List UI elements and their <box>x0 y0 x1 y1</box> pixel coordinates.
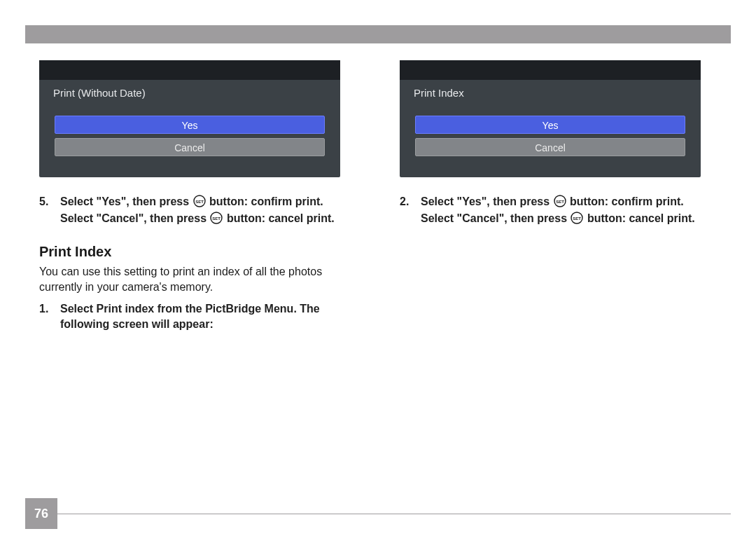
screenshot-titlebar <box>400 60 701 80</box>
step-5: 5. Select "Yes", then press SET button: … <box>39 194 356 226</box>
step-number: 5. <box>39 194 50 226</box>
left-steps-top: 5. Select "Yes", then press SET button: … <box>39 194 356 226</box>
svg-text:SET: SET <box>573 216 582 220</box>
text-fragment: button: cancel print. <box>584 212 694 224</box>
section-heading-print-index: Print Index <box>39 244 356 260</box>
screenshot-option-cancel: Cancel <box>55 138 325 156</box>
text-fragment: Select "Cancel", then press <box>421 212 570 224</box>
right-column: Print Index Yes Cancel 2. Select "Yes", … <box>394 60 722 522</box>
header-bar <box>25 25 731 43</box>
text-fragment: button: confirm print. <box>206 195 323 207</box>
set-button-icon: SET <box>554 195 566 207</box>
text-fragment: button: confirm print. <box>567 195 684 207</box>
set-button-icon: SET <box>210 212 223 224</box>
step-text: Select "Yes", then press SET button: con… <box>421 194 717 226</box>
text-fragment: button: cancel print. <box>223 212 334 224</box>
svg-text:SET: SET <box>556 200 564 204</box>
step-subline: Select "Cancel", then press SET button: … <box>60 211 356 226</box>
footer-rule <box>57 514 731 514</box>
step-2: 2. Select "Yes", then press SET button: … <box>400 194 717 226</box>
right-steps: 2. Select "Yes", then press SET button: … <box>400 194 717 226</box>
step-text: Select "Yes", then press SET button: con… <box>60 194 356 226</box>
step-number: 1. <box>39 301 50 331</box>
step-subline: Select "Cancel", then press SET button: … <box>421 211 717 226</box>
screenshot-option-cancel: Cancel <box>415 138 685 156</box>
step-1: 1. Select Print index from the PictBridg… <box>39 301 356 331</box>
screenshot-titlebar <box>39 60 340 80</box>
left-steps-bottom: 1. Select Print index from the PictBridg… <box>39 301 356 331</box>
text-fragment: Select "Cancel", then press <box>60 212 209 224</box>
page-body: Print (Without Date) Yes Cancel 5. Selec… <box>34 60 722 522</box>
left-column: Print (Without Date) Yes Cancel 5. Selec… <box>34 60 362 522</box>
screenshot-option-yes: Yes <box>55 116 325 134</box>
screenshot-title: Print (Without Date) <box>39 80 340 111</box>
screenshot-print-without-date: Print (Without Date) Yes Cancel <box>39 60 340 177</box>
svg-text:SET: SET <box>195 200 204 204</box>
set-button-icon: SET <box>193 195 206 207</box>
svg-text:SET: SET <box>213 216 221 220</box>
text-fragment: Select "Yes", then press <box>60 195 192 207</box>
page-footer: 76 <box>25 498 731 519</box>
screenshot-option-yes: Yes <box>415 116 685 134</box>
screenshot-title: Print Index <box>400 80 701 111</box>
text-fragment: Select "Yes", then press <box>421 195 553 207</box>
screenshot-print-index: Print Index Yes Cancel <box>400 60 701 177</box>
step-number: 2. <box>400 194 411 226</box>
section-body-text: You can use this setting to print an ind… <box>39 264 356 294</box>
set-button-icon: SET <box>570 212 583 224</box>
step-text: Select Print index from the PictBridge M… <box>60 301 356 331</box>
page-number: 76 <box>25 498 57 529</box>
